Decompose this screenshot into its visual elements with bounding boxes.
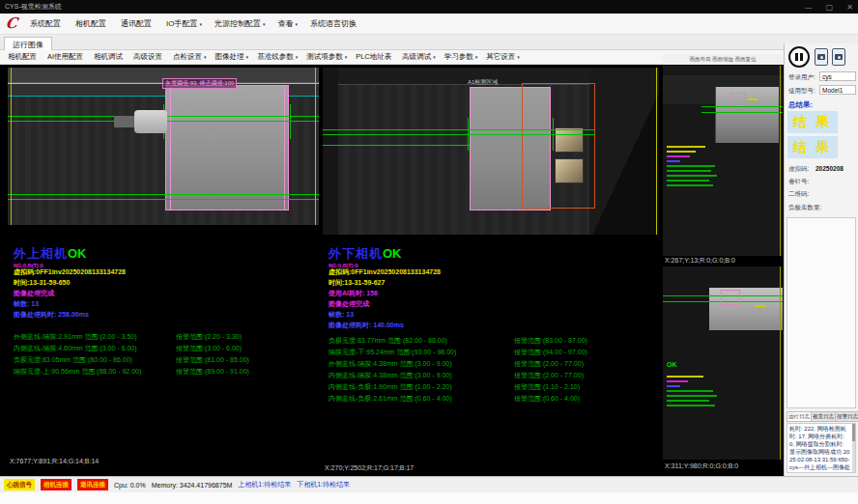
maximize-button[interactable]: ▢	[826, 3, 834, 12]
menu-item-io-config[interactable]: IO手配置▾	[166, 18, 202, 29]
overlay-pink-rect	[721, 290, 740, 305]
toolbar-item-spot-check[interactable]: 点检设置▾	[173, 52, 207, 62]
upper-camera-result-text: 上相机1:待检结果	[238, 480, 291, 490]
toolbar-item-advanced-settings[interactable]: 高级设置	[133, 52, 164, 62]
mini-text-line	[667, 395, 717, 397]
menu-bar: C 系统配置 相机配置 通讯配置 IO手配置▾ 光源控制配置▾ 查看▾ 系统语言…	[0, 14, 858, 35]
toolbar-item-image-processing[interactable]: 图像处理▾	[215, 52, 249, 62]
overlay-yellow-line	[315, 68, 316, 225]
anode-stock-count-label: 负极库数量:	[788, 204, 821, 212]
center-frame-text: 帧数: 13	[329, 309, 441, 320]
center-camera-image-view[interactable]: A1检测区域	[323, 68, 659, 235]
camera-select-1-button[interactable]	[815, 48, 828, 66]
overlay-orange-rect	[522, 83, 595, 209]
mini-text-line	[667, 165, 715, 167]
left-frame-text: 帧数: 13	[14, 298, 126, 309]
tab-strip: 运行图像	[0, 35, 858, 50]
log-scrollbar[interactable]	[852, 424, 855, 472]
thumb-view-1[interactable]	[663, 66, 783, 256]
measurement-row: 外侧蓝线-隔膜:4.38mm 范围:(3.00 - 9.00)报警范围:(2.0…	[329, 358, 587, 370]
log-scrollbar-thumb[interactable]	[852, 424, 855, 441]
virtual-code-value: 20250208	[815, 165, 844, 172]
mini-text-line	[667, 390, 713, 392]
pause-button[interactable]	[788, 46, 810, 68]
overlay-yellow-line	[11, 68, 12, 225]
mini-text-line	[667, 155, 690, 157]
camera-icon	[817, 54, 825, 60]
measurement-row: 隔膜宽度-下:95.24mm 范围:(93.00 - 98.00)报警范围:(9…	[329, 347, 587, 358]
toolbar-item-camera-debug[interactable]: 相机调试	[94, 52, 125, 62]
model-field[interactable]: Model1	[819, 85, 856, 95]
overlay-pink-line	[170, 85, 171, 210]
overlay-green-line	[323, 129, 595, 130]
mini-text-line	[667, 376, 703, 378]
center-time-text: 时间:13-31-59-627	[329, 277, 441, 288]
toolbar-item-ai-config[interactable]: AI使用配置	[47, 52, 85, 62]
toolbar-item-learning-params[interactable]: 学习参数▾	[444, 52, 478, 62]
menu-item-system-config[interactable]: 系统配置	[30, 18, 63, 29]
result-list	[786, 217, 856, 408]
log-text-area[interactable]: 耗时: 222, 网络检测耗时: 17, 网络分类耗时: 0, 网络提取分割耗时…	[786, 423, 856, 473]
toolbar-item-other-settings[interactable]: 其它设置▾	[486, 52, 520, 62]
thumb-view-2[interactable]: OK	[663, 266, 783, 460]
overlay-yellow-mark	[755, 305, 766, 307]
cpu-usage-text: Cpu: 0.0%	[114, 482, 146, 489]
measurement-row: 内侧蓝线-负极:2.61mm 范围:(0.60 - 4.00)报警范围:(0.6…	[329, 393, 587, 405]
center-view-info-block: 虚拟码:0FF1inv20250208133134728 时间:13-31-59…	[329, 266, 441, 330]
log-tab-vision[interactable]: 视觉日志	[811, 411, 836, 422]
mini-text-line	[667, 160, 680, 162]
overlay-green-line	[701, 106, 783, 107]
overlay-pink-rect	[730, 93, 746, 106]
mini-text-line	[667, 385, 680, 387]
center-process-time-text: 图像处理耗时: 140.00ms	[329, 320, 441, 330]
minimize-button[interactable]: —	[805, 3, 813, 12]
measurement-row: 内侧蓝线-隔膜:4.38mm 范围:(3.00 - 9.00)报警范围:(2.0…	[329, 370, 587, 381]
center-measurement-list: 负极宽度:83.77mm 范围:(82.00 - 88.00)报警范围:(83.…	[329, 335, 587, 405]
menu-item-comm-config[interactable]: 通讯配置	[121, 18, 154, 29]
overlay-pink-line	[284, 85, 285, 210]
overlay-yellow-line	[780, 266, 781, 460]
overlay-green-line	[323, 145, 470, 146]
overlay-green-line	[323, 134, 595, 135]
threshold-overlay-label: 灰度阈值:93, 峰态阈值:100	[162, 78, 237, 89]
toolbar-item-advanced-debug[interactable]: 高级调试▾	[402, 52, 436, 62]
machine-frame	[589, 68, 659, 235]
menu-item-light-config[interactable]: 光源控制配置▾	[214, 18, 266, 29]
measurement-row: 内侧蓝线-隔膜:4.60mm 范围:(3.00 - 6.00)报警范围:(3.0…	[14, 343, 249, 354]
thumb-report-lines	[667, 143, 734, 189]
overlay-yellow-line	[656, 68, 657, 235]
measurement-row: 负极宽度:83.05mm 范围:(80.00 - 86.00)报警范围:(81.…	[14, 354, 249, 366]
menu-item-language-switch[interactable]: 系统语言切换	[310, 18, 358, 29]
app-window: CYS-视觉检测系统 — ▢ ✕ C 系统配置 相机配置 通讯配置 IO手配置▾…	[0, 0, 858, 504]
lower-camera-result-text: 下相机1:待检结果	[297, 480, 350, 490]
result-display-2: 结 果	[787, 136, 838, 158]
left-process-time-text: 图像处理耗时: 258.00ms	[14, 309, 126, 320]
menu-item-camera-config[interactable]: 相机配置	[75, 18, 108, 29]
measurement-row: 负极宽度:83.77mm 范围:(82.00 - 88.00)报警范围:(83.…	[329, 335, 587, 347]
toolbar-item-camera-config[interactable]: 相机配置	[8, 52, 39, 62]
measurement-row: 内侧蓝线-负极:1.90mm 范围:(1.00 - 2.20)报警范围:(1.1…	[329, 381, 587, 393]
menu-item-view[interactable]: 查看▾	[277, 18, 298, 29]
toolbar-item-baseline-params[interactable]: 基准线参数▾	[257, 52, 298, 62]
log-tab-run[interactable]: 运行日志	[786, 411, 812, 422]
total-result-label: 总结果:	[788, 100, 813, 110]
mini-text-line	[667, 151, 696, 153]
login-user-field[interactable]: cys	[819, 71, 856, 81]
left-camera-image-view[interactable]: 灰度阈值:93, 峰态阈值:100	[8, 68, 319, 225]
toolbar-item-plc-table[interactable]: PLC地址表	[356, 52, 393, 62]
left-time-text: 时间:13-31-59-650	[14, 277, 126, 288]
close-button[interactable]: ✕	[846, 3, 853, 12]
camera-select-2-button[interactable]	[832, 48, 845, 66]
overlay-green-line	[8, 199, 319, 200]
left-cursor-coords: X:7677;Y:891;R:14;G:14;B:14	[10, 458, 99, 464]
mini-text-line	[667, 170, 711, 172]
thumb2-cursor-coords: X:311;Y:980;R:0;G:0;B:0	[665, 462, 738, 469]
measurement-row: 外侧蓝线-隔膜:2.91mm 范围:(2.00 - 3.50)报警范围:(2.2…	[14, 331, 249, 343]
toolbar-item-test-params[interactable]: 测试项参数▾	[306, 52, 347, 62]
log-tab-alarm[interactable]: 报警日志	[835, 411, 858, 422]
left-view-info-block: 虚拟码:0FF1inv20250208133134728 时间:13-31-59…	[14, 266, 126, 320]
mini-text-line	[667, 175, 717, 177]
mini-text-line	[667, 400, 709, 402]
mini-text-line	[667, 184, 713, 186]
overlay-yellow-mark	[748, 98, 758, 100]
